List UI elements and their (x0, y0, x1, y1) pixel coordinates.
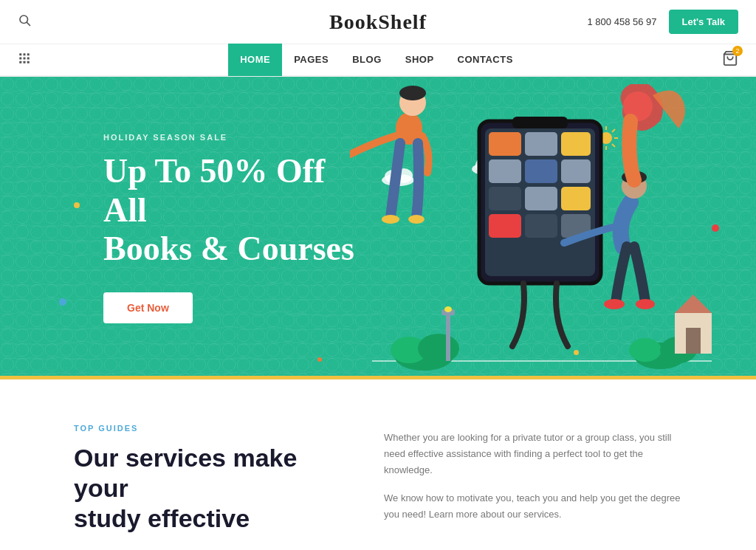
services-desc-1: Whether you are looking for a private tu… (384, 430, 682, 478)
hero-title: Up To 50% Off All Books & Courses (103, 152, 369, 269)
hero-content: HOLIDAY SEASON SALE Up To 50% Off All Bo… (0, 133, 369, 324)
svg-point-78 (629, 338, 662, 362)
get-now-button[interactable]: Get Now (103, 292, 193, 323)
svg-point-51 (399, 86, 426, 100)
svg-point-53 (408, 215, 425, 224)
phone-number: 1 800 458 56 97 (588, 16, 657, 27)
services-left: TOP GUIDES Our services make your study … (74, 424, 340, 534)
header-right: 1 800 458 56 97 Let's Talk (588, 10, 738, 34)
search-icon[interactable] (18, 13, 31, 30)
svg-rect-6 (24, 57, 26, 59)
holiday-label: HOLIDAY SEASON SALE (103, 133, 369, 142)
svg-rect-80 (446, 313, 450, 361)
svg-rect-67 (525, 214, 557, 238)
svg-rect-4 (27, 53, 30, 55)
services-desc-2: We know how to motivate you, teach you a… (384, 490, 682, 523)
nav-contacts[interactable]: CONTACTS (446, 44, 525, 76)
svg-rect-61 (525, 159, 557, 183)
navbar: HOME PAGES BLOG SHOP CONTACTS 2 (0, 44, 756, 77)
svg-rect-5 (19, 57, 21, 59)
lets-talk-button[interactable]: Let's Talk (669, 10, 738, 34)
svg-rect-56 (512, 117, 568, 128)
svg-rect-59 (561, 132, 591, 156)
services-top: TOP GUIDES Our services make your study … (74, 424, 682, 534)
header-left (18, 13, 31, 30)
nav-home[interactable]: HOME (228, 44, 282, 76)
svg-marker-84 (675, 295, 712, 313)
svg-rect-66 (489, 214, 521, 238)
svg-rect-85 (686, 328, 701, 354)
svg-rect-10 (27, 61, 30, 63)
services-section: TOP GUIDES Our services make your study … (0, 379, 756, 550)
nav-pages[interactable]: PAGES (282, 44, 340, 76)
services-title: Our services make your study effective (74, 443, 340, 533)
svg-rect-60 (489, 159, 521, 183)
svg-rect-58 (525, 132, 557, 156)
svg-point-71 (604, 299, 625, 309)
svg-point-76 (418, 334, 459, 363)
svg-rect-64 (525, 187, 557, 210)
hero-bottom-stripe (0, 376, 756, 379)
header: BookShelf 1 800 458 56 97 Let's Talk (0, 0, 756, 44)
svg-line-1 (27, 22, 30, 25)
site-logo[interactable]: BookShelf (329, 10, 427, 34)
svg-rect-65 (561, 187, 591, 210)
nav-blog[interactable]: BLOG (340, 44, 394, 76)
svg-rect-8 (19, 61, 21, 63)
cart-icon[interactable]: 2 (722, 50, 738, 69)
svg-rect-63 (489, 187, 521, 210)
svg-rect-57 (489, 132, 521, 156)
services-right: Whether you are looking for a private tu… (384, 424, 682, 534)
grid-icon[interactable] (18, 52, 31, 69)
top-guides-label: TOP GUIDES (74, 424, 340, 433)
svg-rect-7 (27, 57, 30, 59)
cart-badge: 2 (732, 46, 743, 56)
nav-links: HOME PAGES BLOG SHOP CONTACTS (228, 44, 525, 76)
nav-shop[interactable]: SHOP (394, 44, 446, 76)
svg-point-52 (382, 215, 399, 224)
svg-rect-62 (561, 159, 591, 183)
svg-point-82 (444, 306, 452, 312)
svg-point-72 (636, 299, 655, 309)
svg-rect-2 (19, 53, 21, 55)
svg-rect-3 (24, 53, 26, 55)
svg-rect-9 (24, 61, 26, 63)
hero-section: HOLIDAY SEASON SALE Up To 50% Off All Bo… (0, 77, 756, 379)
